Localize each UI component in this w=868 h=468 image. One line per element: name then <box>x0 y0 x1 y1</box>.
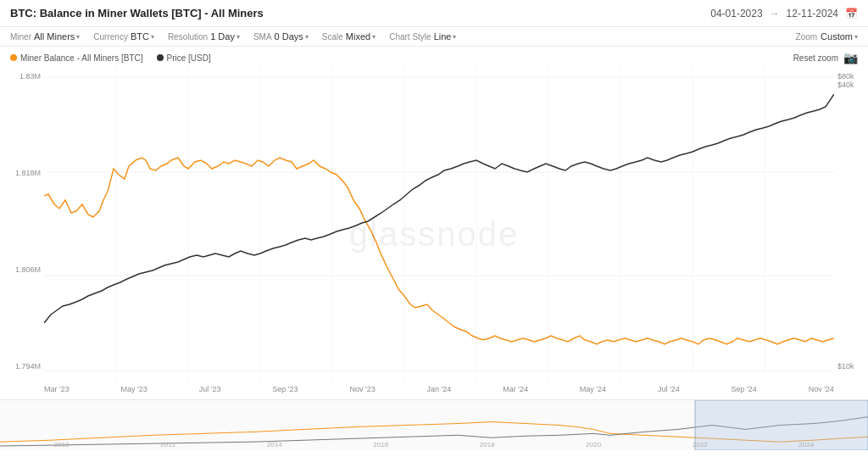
mini-x-label-6: 2022 <box>693 441 708 448</box>
x-label-4: Nov '23 <box>349 385 375 393</box>
chart-style-dropdown[interactable]: Line ▾ <box>434 31 457 42</box>
x-label-8: Jul '24 <box>658 385 680 393</box>
zoom-group: Zoom Custom ▾ <box>796 31 858 42</box>
chart-svg <box>44 69 834 379</box>
sma-selector: SMA 0 Days ▾ <box>253 31 309 42</box>
main-chart: 1.83M 1.818M 1.806M 1.794M $80k $40k $10… <box>0 69 868 399</box>
date-start[interactable]: 04-01-2023 <box>710 8 762 20</box>
x-label-7: May '24 <box>580 385 606 393</box>
miner-label: Miner <box>10 32 31 42</box>
legend-item-price: Price [USD] <box>157 53 211 63</box>
x-label-2: Jul '23 <box>199 385 221 393</box>
zoom-chevron-icon: ▾ <box>854 33 858 41</box>
currency-selector: Currency BTC ▾ <box>93 31 154 42</box>
sma-chevron-icon: ▾ <box>305 33 309 41</box>
chart-style-label: Chart Style <box>389 32 431 42</box>
x-label-5: Jan '24 <box>427 385 452 393</box>
scale-chevron-icon: ▾ <box>372 33 376 41</box>
x-label-1: May '23 <box>121 385 147 393</box>
page-header: BTC: Balance in Miner Wallets [BTC] - Al… <box>0 0 868 27</box>
y-label-0: 1.83M <box>0 72 44 81</box>
x-axis: Mar '23 May '23 Jul '23 Sep '23 Nov '23 … <box>44 379 834 399</box>
x-label-3: Sep '23 <box>272 385 298 393</box>
scale-dropdown[interactable]: Mixed ▾ <box>346 31 376 42</box>
chart-legend: Miner Balance - All Miners [BTC] Price [… <box>0 47 868 69</box>
y-label-right-0: $80k <box>834 72 868 81</box>
page-title: BTC: Balance in Miner Wallets [BTC] - Al… <box>10 7 264 20</box>
chart-style-selector: Chart Style Line ▾ <box>389 31 456 42</box>
currency-chevron-icon: ▾ <box>151 33 154 41</box>
miner-chevron-icon: ▾ <box>76 33 80 41</box>
sma-label: SMA <box>253 32 272 42</box>
camera-icon[interactable]: 📷 <box>843 51 858 64</box>
mini-x-label-1: 2012 <box>160 441 175 448</box>
zoom-dropdown[interactable]: Custom ▾ <box>821 31 858 42</box>
zoom-label: Zoom <box>796 32 818 42</box>
date-range: 04-01-2023 → 12-11-2024 📅 <box>710 8 858 20</box>
legend-label-miner: Miner Balance - All Miners [BTC] <box>20 53 143 63</box>
resolution-selector: Resolution 1 Day ▾ <box>168 31 240 42</box>
mini-x-label-2: 2014 <box>267 441 282 448</box>
resolution-chevron-icon: ▾ <box>236 33 240 41</box>
calendar-icon[interactable]: 📅 <box>845 8 858 20</box>
mini-x-label-3: 2016 <box>373 441 388 448</box>
mini-x-label-4: 2018 <box>480 441 495 448</box>
currency-dropdown[interactable]: BTC ▾ <box>131 31 154 42</box>
date-end[interactable]: 12-11-2024 <box>787 8 838 20</box>
x-label-10: Nov '24 <box>809 385 834 393</box>
y-axis-right: $80k $40k $10k <box>834 69 868 374</box>
toolbar: Miner All Miners ▾ Currency BTC ▾ Resolu… <box>0 27 868 47</box>
mini-chart: 2010 2012 2014 2016 2018 2020 2022 2024 <box>0 399 868 450</box>
y-label-2: 1.806M <box>0 265 44 274</box>
resolution-dropdown[interactable]: 1 Day ▾ <box>210 31 240 42</box>
y-label-right-2: $10k <box>834 362 868 370</box>
mini-x-label-5: 2020 <box>586 441 601 448</box>
miner-selector: Miner All Miners ▾ <box>10 31 80 42</box>
sma-dropdown[interactable]: 0 Days ▾ <box>275 31 309 42</box>
miner-balance-line <box>44 158 834 344</box>
date-arrow: → <box>770 8 780 20</box>
x-label-6: Mar '24 <box>503 385 528 393</box>
legend-item-miner-balance: Miner Balance - All Miners [BTC] <box>10 53 143 63</box>
reset-zoom-button[interactable]: Reset zoom 📷 <box>793 51 858 64</box>
legend-label-price: Price [USD] <box>167 53 211 63</box>
legend-dot-black <box>157 54 164 61</box>
y-label-3: 1.794M <box>0 362 44 370</box>
price-line <box>44 94 834 323</box>
legend-dot-orange <box>10 54 17 61</box>
x-label-9: Sep '24 <box>732 385 757 393</box>
resolution-label: Resolution <box>168 32 208 42</box>
miner-dropdown[interactable]: All Miners ▾ <box>34 31 80 42</box>
scale-selector: Scale Mixed ▾ <box>322 31 376 42</box>
x-label-0: Mar '23 <box>44 385 70 393</box>
y-label-right-1: $40k <box>834 81 868 89</box>
chart-style-chevron-icon: ▾ <box>453 33 456 41</box>
mini-x-label-0: 2010 <box>54 441 70 448</box>
currency-label: Currency <box>93 32 128 42</box>
y-label-1: 1.818M <box>0 169 44 177</box>
scale-label: Scale <box>322 32 343 42</box>
mini-x-label-7: 2024 <box>798 441 814 448</box>
y-axis-left: 1.83M 1.818M 1.806M 1.794M <box>0 69 44 374</box>
